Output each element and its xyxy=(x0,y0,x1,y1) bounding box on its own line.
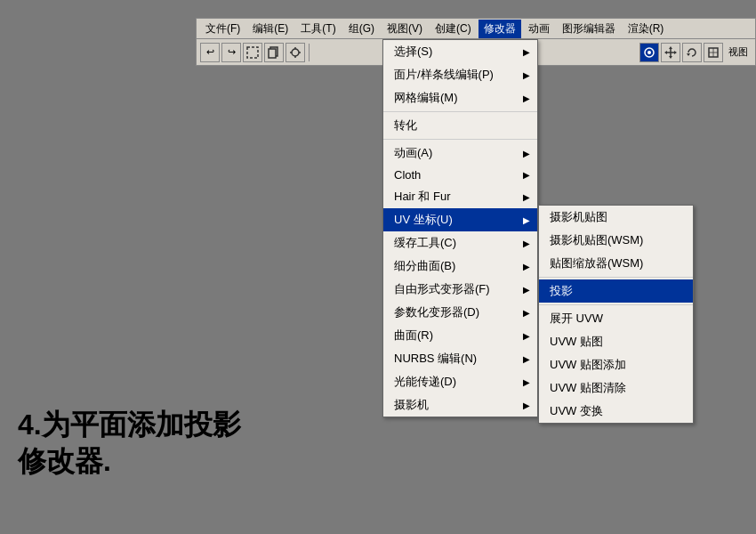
menu-create[interactable]: 创建(C) xyxy=(430,20,477,38)
arrow-icon: ▶ xyxy=(523,354,530,364)
undo-button[interactable]: ↩ xyxy=(200,43,220,62)
submenu-map-scaler-wsm[interactable]: 贴图缩放器(WSM) xyxy=(539,252,693,275)
menu-file[interactable]: 文件(F) xyxy=(200,20,245,38)
menu-ffd[interactable]: 自由形式变形器(F) ▶ xyxy=(383,278,537,301)
arrow-icon: ▶ xyxy=(523,93,530,103)
separator-2 xyxy=(383,139,537,140)
menubar: 文件(F) 编辑(E) 工具(T) 组(G) 视图(V) 创建(C) 修改器 动… xyxy=(196,18,756,39)
menu-radiosity[interactable]: 光能传递(D) ▶ xyxy=(383,370,537,393)
submenu-uvw-xform-clear[interactable]: UVW 贴图清除 xyxy=(539,376,693,400)
menu-hair-fur[interactable]: Hair 和 Fur ▶ xyxy=(383,185,537,208)
copy-button[interactable] xyxy=(264,43,284,62)
svg-marker-13 xyxy=(669,56,672,59)
arrow-icon: ▶ xyxy=(523,149,530,158)
arrow-icon: ▶ xyxy=(523,192,530,202)
arrow-icon: ▶ xyxy=(523,47,530,57)
menu-view[interactable]: 视图(V) xyxy=(382,20,428,38)
menu-camera[interactable]: 摄影机 ▶ xyxy=(383,393,537,417)
submenu-uvw-xform[interactable]: UVW 变换 xyxy=(539,400,693,423)
svg-rect-2 xyxy=(269,49,276,58)
menu-uv-coords[interactable]: UV 坐标(U) ▶ xyxy=(383,208,537,231)
arrow-icon: ▶ xyxy=(523,70,530,80)
arrow-icon: ▶ xyxy=(523,377,530,387)
submenu-camera-map[interactable]: 摄影机贴图 xyxy=(539,206,693,229)
maximize-button[interactable] xyxy=(704,43,723,62)
select-region-button[interactable] xyxy=(243,43,262,62)
arrow-icon: ▶ xyxy=(523,239,530,248)
menu-graph-editor[interactable]: 图形编辑器 xyxy=(557,20,621,38)
menu-select[interactable]: 选择(S) ▶ xyxy=(383,40,537,63)
modifier-dropdown: 选择(S) ▶ 面片/样条线编辑(P) ▶ 网格编辑(M) ▶ 转化 动画(A)… xyxy=(382,39,538,417)
instruction-line2: 修改器. xyxy=(18,443,241,481)
submenu-unwrap-uvw[interactable]: 展开 UVW xyxy=(539,307,693,330)
menu-subdivision[interactable]: 细分曲面(B) ▶ xyxy=(383,255,537,278)
svg-point-9 xyxy=(647,51,651,54)
menu-modifier[interactable]: 修改器 xyxy=(479,20,521,38)
uv-submenu: 摄影机贴图 摄影机贴图(WSM) 贴图缩放器(WSM) 投影 展开 UVW UV… xyxy=(538,205,694,424)
submenu-uvw-map[interactable]: UVW 贴图 xyxy=(539,330,693,353)
arrow-icon: ▶ xyxy=(523,285,530,295)
svg-marker-15 xyxy=(674,51,677,54)
svg-marker-12 xyxy=(669,46,672,49)
svg-point-3 xyxy=(292,49,299,56)
redo-button[interactable]: ↪ xyxy=(221,43,241,62)
arrow-icon: ▶ xyxy=(523,331,530,341)
submenu-uvw-xform-add[interactable]: UVW 贴图添加 xyxy=(539,353,693,376)
rotate-button[interactable] xyxy=(682,43,702,62)
separator-1 xyxy=(383,111,537,112)
submenu-projection[interactable]: 投影 xyxy=(539,279,693,303)
tool-button[interactable] xyxy=(286,43,305,62)
menu-animation[interactable]: 动画(A) ▶ xyxy=(383,142,537,165)
submenu-camera-map-wsm[interactable]: 摄影机贴图(WSM) xyxy=(539,229,693,252)
menu-render[interactable]: 渲染(R) xyxy=(623,20,670,38)
menu-edit[interactable]: 编辑(E) xyxy=(247,20,294,38)
menu-animation[interactable]: 动画 xyxy=(523,20,555,38)
menu-cloth[interactable]: Cloth ▶ xyxy=(383,165,537,185)
menu-patch-spline[interactable]: 面片/样条线编辑(P) ▶ xyxy=(383,63,537,86)
arrow-icon: ▶ xyxy=(523,400,530,410)
arrow-icon: ▶ xyxy=(523,262,530,271)
submenu-separator xyxy=(539,277,693,278)
menu-group[interactable]: 组(G) xyxy=(343,20,380,38)
menu-cache-tools[interactable]: 缓存工具(C) ▶ xyxy=(383,231,537,255)
arrow-icon: ▶ xyxy=(523,308,530,318)
arrow-icon: ▶ xyxy=(523,170,530,180)
menu-nurbs[interactable]: NURBS 编辑(N) ▶ xyxy=(383,347,537,370)
svg-marker-16 xyxy=(687,53,690,56)
menu-surface[interactable]: 曲面(R) ▶ xyxy=(383,324,537,347)
submenu-separator-2 xyxy=(539,304,693,305)
toolbar-divider-1 xyxy=(309,44,310,61)
menu-tools[interactable]: 工具(T) xyxy=(295,20,341,38)
svg-marker-14 xyxy=(664,51,667,54)
move-button[interactable] xyxy=(661,43,680,62)
arrow-icon: ▶ xyxy=(523,215,530,225)
instruction-line1: 4.为平面添加投影 xyxy=(18,407,241,444)
svg-rect-0 xyxy=(247,47,258,58)
menu-parametric-deformer[interactable]: 参数化变形器(D) ▶ xyxy=(383,301,537,324)
menu-convert[interactable]: 转化 xyxy=(383,114,537,137)
instruction-text: 4.为平面添加投影 修改器. xyxy=(18,407,241,481)
menu-mesh-edit[interactable]: 网格编辑(M) ▶ xyxy=(383,86,537,109)
view-label: 视图 xyxy=(725,45,752,59)
snap-toggle-button[interactable] xyxy=(639,43,659,62)
